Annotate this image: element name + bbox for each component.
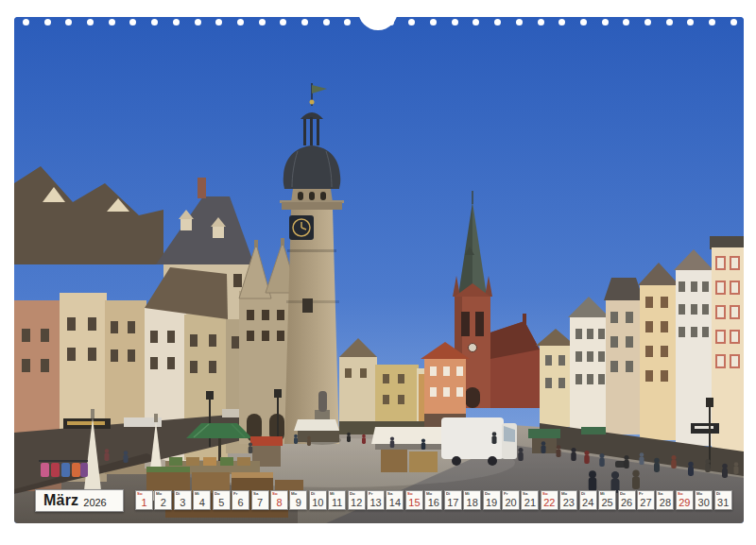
binding-hole	[408, 19, 415, 26]
binding-hole	[709, 19, 715, 26]
binding-hole	[558, 19, 565, 26]
weekday-abbr: Di	[176, 491, 180, 495]
day-number: 13	[368, 498, 384, 508]
date-cell: So29	[676, 490, 694, 510]
date-cell: So8	[270, 490, 288, 510]
date-cell: Sa7	[251, 490, 269, 510]
weekday-abbr: So	[407, 491, 413, 495]
binding-hole	[87, 19, 94, 26]
date-cell: Mi18	[463, 490, 481, 510]
weekday-abbr: Sa	[523, 491, 527, 495]
weekday-abbr: Di	[311, 491, 315, 495]
day-number: 19	[484, 498, 500, 508]
date-cell: So1	[135, 490, 153, 510]
day-number: 12	[349, 498, 365, 508]
weekday-abbr: So	[542, 491, 548, 495]
weekday-abbr: Mi	[195, 491, 199, 495]
day-number: 29	[677, 498, 693, 508]
weekday-abbr: Mi	[600, 491, 605, 495]
date-cell: Sa21	[521, 490, 539, 510]
binding-hole	[602, 19, 609, 26]
day-number: 22	[541, 498, 558, 508]
weekday-abbr: Mo	[156, 491, 162, 495]
day-number: 14	[387, 498, 403, 508]
calendar-photo	[14, 17, 744, 523]
weekday-abbr: Sa	[253, 491, 258, 495]
binding-hole	[430, 19, 437, 26]
binding-hole	[516, 19, 523, 26]
binding-hole	[23, 19, 29, 26]
weekday-abbr: Fr	[369, 491, 372, 495]
weekday-abbr: Sa	[387, 491, 392, 495]
date-cell: Di31	[714, 490, 732, 510]
binding-hole	[44, 19, 51, 26]
binding-hole	[237, 19, 244, 26]
weekday-abbr: Do	[485, 491, 490, 495]
day-number: 30	[696, 498, 712, 508]
day-number: 11	[329, 498, 345, 508]
binding-hole	[472, 19, 479, 26]
binding-hole	[195, 19, 201, 26]
binding-hole	[687, 19, 694, 26]
weekday-abbr: Do	[215, 491, 220, 495]
date-cell: Di24	[579, 490, 597, 510]
date-cell: So22	[541, 490, 558, 510]
weekday-abbr: Mi	[465, 491, 470, 495]
left-buildings	[14, 166, 266, 494]
day-number: 20	[503, 498, 519, 508]
date-cell: Di17	[444, 490, 462, 510]
day-number: 24	[580, 498, 596, 508]
date-cell: Do26	[618, 490, 636, 510]
date-cell: Sa28	[656, 490, 674, 510]
date-cell: Mi4	[193, 490, 211, 510]
day-number: 27	[638, 498, 654, 508]
weekday-abbr: So	[678, 491, 683, 495]
weekday-abbr: Do	[620, 491, 626, 495]
binding-hole	[323, 19, 330, 26]
day-number: 3	[175, 498, 191, 508]
weekday-abbr: Sa	[658, 491, 662, 495]
day-number: 15	[406, 498, 422, 508]
date-cell: Mo2	[154, 490, 172, 510]
weekday-abbr: Fr	[639, 491, 643, 495]
binding-hole	[452, 19, 458, 26]
date-cell: Di10	[309, 490, 327, 510]
month-name: März	[43, 492, 78, 509]
weekday-abbr: Mo	[561, 491, 567, 495]
day-number: 10	[310, 498, 326, 508]
weekday-abbr: Do	[350, 491, 355, 495]
binding-hole	[259, 19, 266, 26]
date-cell: Mi11	[328, 490, 346, 510]
date-cell: Do19	[483, 490, 501, 510]
date-cell: Do5	[213, 490, 231, 510]
market-square-scene	[14, 17, 744, 523]
day-number: 23	[560, 498, 576, 508]
binding-hole	[538, 19, 544, 26]
date-strip: So1Mo2Di3Mi4Do5Fr6Sa7So8Mo9Di10Mi11Do12F…	[135, 490, 732, 510]
day-number: 7	[252, 498, 268, 508]
date-cell: Mo30	[695, 490, 713, 510]
date-cell: Mo9	[289, 490, 307, 510]
binding-hole	[344, 19, 351, 26]
day-number: 16	[425, 498, 441, 508]
weekday-abbr: Mi	[330, 491, 335, 495]
weekday-abbr: Di	[716, 491, 720, 495]
date-cell: Fr20	[502, 490, 520, 510]
date-cell: Do12	[348, 490, 366, 510]
year-label: 2026	[83, 497, 106, 508]
binding-hole	[109, 19, 115, 26]
date-cell: Fr13	[367, 490, 385, 510]
date-cell: Mi25	[598, 490, 616, 510]
day-number: 21	[522, 498, 538, 508]
weekday-abbr: Di	[581, 491, 585, 495]
day-number: 28	[657, 498, 673, 508]
day-number: 9	[290, 498, 306, 508]
date-cell: So15	[405, 490, 423, 510]
weekday-abbr: Fr	[504, 491, 507, 495]
binding-hole	[173, 19, 180, 26]
day-number: 25	[599, 498, 615, 508]
date-cell: Mo16	[424, 490, 442, 510]
binding-hole	[644, 19, 651, 26]
date-cell: Fr6	[232, 490, 249, 510]
weekday-abbr: Mo	[426, 491, 432, 495]
